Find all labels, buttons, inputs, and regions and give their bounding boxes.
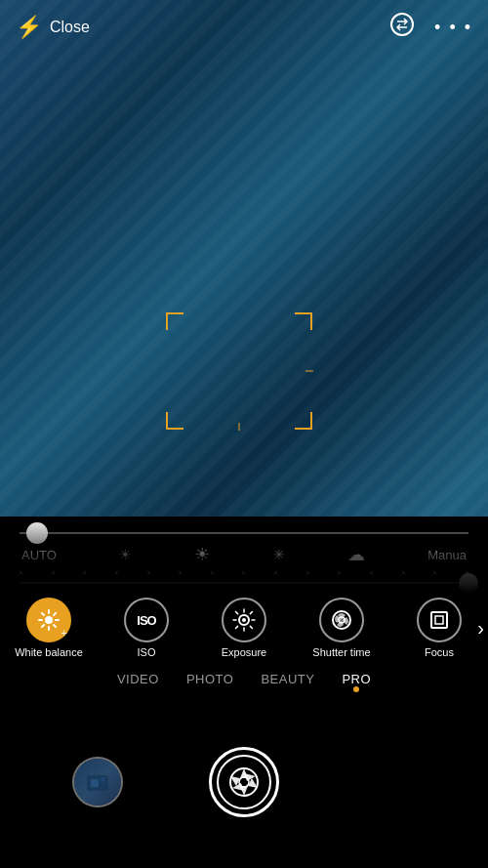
top-bar: ⚡ Close • • • <box>0 0 488 55</box>
svg-point-3 <box>242 618 246 622</box>
focus-label: Focus <box>425 646 454 658</box>
focus-corner-bl <box>166 412 183 430</box>
svg-rect-6 <box>431 612 447 628</box>
tab-pro[interactable]: PRO <box>342 672 371 686</box>
setting-shutter[interactable]: Shutter time <box>303 598 381 658</box>
close-button[interactable]: ⚡ Close <box>16 15 90 40</box>
scroll-right-arrow[interactable]: › <box>477 617 484 640</box>
setting-iso[interactable]: ISO ISO <box>107 598 185 658</box>
svg-rect-10 <box>101 777 105 782</box>
bottom-bar <box>0 696 488 868</box>
svg-point-12 <box>239 777 249 787</box>
tab-video[interactable]: VIDEO <box>117 672 159 686</box>
close-label: Close <box>50 19 90 36</box>
svg-rect-9 <box>91 779 99 787</box>
mode-tabs: VIDEO PHOTO BEAUTY PRO <box>0 662 488 696</box>
gradient-overlay <box>0 517 488 595</box>
focus-corner-tl <box>166 312 183 330</box>
shutter-inner <box>217 755 271 809</box>
focus-corner-tr <box>295 312 312 330</box>
iso-icon: ISO <box>124 598 169 642</box>
focus-frame[interactable] <box>166 312 312 430</box>
white-balance-icon: + <box>26 598 71 642</box>
exposure-icon <box>222 598 266 642</box>
settings-row: + White balance ISO ISO Exposure <box>0 588 488 662</box>
top-right-controls: • • • <box>389 12 472 43</box>
setting-exposure[interactable]: Exposure <box>205 598 283 658</box>
focus-corner-br <box>295 412 312 430</box>
exposure-label: Exposure <box>222 646 266 658</box>
more-options-icon[interactable]: • • • <box>434 18 472 38</box>
svg-rect-7 <box>435 616 443 624</box>
svg-point-1 <box>45 616 53 624</box>
tab-beauty[interactable]: BEAUTY <box>261 672 314 686</box>
svg-point-0 <box>391 14 413 35</box>
iso-label: ISO <box>138 646 156 658</box>
tab-photo[interactable]: PHOTO <box>186 672 234 686</box>
shutter-icon <box>319 598 364 642</box>
setting-white-balance[interactable]: + White balance <box>10 598 88 658</box>
white-balance-label: White balance <box>15 646 83 658</box>
setting-focus[interactable]: Focus <box>400 598 478 658</box>
thumbnail-preview <box>74 759 121 806</box>
thumbnail-button[interactable] <box>72 757 123 807</box>
shutter-label: Shutter time <box>312 646 370 658</box>
flash-icon: ⚡ <box>16 15 42 40</box>
shutter-button[interactable] <box>209 747 279 817</box>
focus-icon <box>417 598 462 642</box>
camera-flip-icon[interactable] <box>389 12 415 43</box>
plus-badge: + <box>61 627 67 639</box>
